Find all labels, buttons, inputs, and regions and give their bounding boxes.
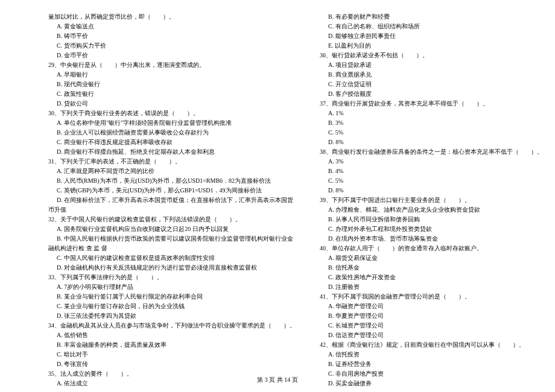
text-line: 37、商业银行开展贷款业务，其资本充足率不得低于（ ）。: [320, 99, 543, 109]
text-line: C. 政策性房地产开发资金: [320, 273, 543, 282]
text-line: A. 办理粮食、棉花、油料农产品化龙头企业收购资金贷款: [320, 205, 543, 215]
text-line: C. 长城资产管理公司: [320, 321, 543, 330]
text-line: C. 商业银行不得违反规定提高利率吸收存款: [48, 138, 296, 147]
text-line: 32、关于中国人民银行的建议检查监督权，下列说法错误的是（ ）。: [48, 215, 296, 224]
text-line: B. 中国人民银行根据执行货币政策的需要可以建议国务院银行业监督管理机构对银行业…: [48, 234, 296, 244]
text-line: B. 有必要的财产和经费: [320, 12, 543, 22]
text-line: C. 有自己的名称、组织结构和场所: [320, 22, 543, 31]
text-line: D. 商业银行不得擅自拖延、拒绝支付定期存款人本金和利息: [48, 147, 296, 157]
text-line: B. 人民币(RMB)为本币，美元(USD)为外币，那么USD1=RMB6．82…: [48, 176, 296, 186]
text-line: E. 以盈利为目的: [320, 41, 543, 51]
text-line: B. 铸币平价: [48, 31, 296, 41]
text-line: D. 信达资产管理公司: [320, 330, 543, 340]
text-line: B. 3%: [320, 118, 543, 128]
text-line: D. 8%: [320, 186, 543, 195]
text-line: 38、商业银行发行金融债券应具备的条件之一是：核心资本充足率不低于（ ）。: [320, 147, 543, 157]
text-line: 34、金融机构及其从业人员在参与市场竞争时，下列做法中符合职业操守要求的是（ ）…: [48, 321, 296, 330]
text-line: D. 能够独立承担民事责任: [320, 31, 543, 41]
text-line: B. 企业法人可以根据经营融资需要从事吸收公众存款行为: [48, 128, 296, 138]
page-footer: 第 3 页 共 14 页: [0, 375, 555, 385]
text-line: 31、下列关于汇率的表述，不正确的是（ ）。: [48, 157, 296, 166]
text-line: D. 夸张宣传: [48, 359, 296, 369]
text-line: 融机构进行检 查 监 督: [48, 244, 296, 253]
text-line: C. 货币购买力平价: [48, 41, 296, 51]
text-line: B. 现代商业银行: [48, 80, 296, 89]
text-line: A. 信托投资: [320, 350, 543, 359]
text-line: 29、中央银行是从（ ）中分离出来，逐渐演变而成的。: [48, 60, 296, 70]
text-line: C. 政策性银行: [48, 89, 296, 99]
text-line: B. 商业票据承兑: [320, 70, 543, 80]
text-line: C. 5%: [320, 176, 543, 186]
text-line: A. 3%: [320, 157, 543, 166]
text-line: D. 在境内外资本市场、货币市场筹集资金: [320, 234, 543, 244]
text-line: D. 张三依法委托李四为其贷款: [48, 311, 296, 321]
text-line: B. 证券经营业务: [320, 359, 543, 369]
text-line: A. 单位名称中使用"银行"字样须经国务院银行业监督管理机构批准: [48, 118, 296, 128]
text-line: A. 7岁的小明买银行理财产品: [48, 282, 296, 292]
text-line: C. 暗比对手: [48, 350, 296, 359]
text-line: A. 低价销售: [48, 330, 296, 340]
text-line: 币升值: [48, 205, 296, 215]
text-line: A. 1%: [320, 109, 543, 118]
text-line: C. 中国人民银行的建议检查监督权是提高效率的制度性安排: [48, 253, 296, 263]
right-column: B. 有必要的财产和经费C. 有自己的名称、组织结构和场所D. 能够独立承担民事…: [308, 12, 543, 388]
text-line: D. 8%: [320, 138, 543, 147]
text-line: A. 国务院银行业监督机构应当自收到建议之日起20 日内予以回复: [48, 224, 296, 234]
text-line: B. 从事人民币同业拆借和债券回购: [320, 215, 543, 224]
text-line: 33、下列属于民事法律行为的是（ ）。: [48, 273, 296, 282]
left-column: 量加以对比，从而确定货币比价，即（ ）。A. 黄金输送点B. 铸币平价C. 货币…: [48, 12, 308, 388]
text-line: A. 早期银行: [48, 70, 296, 80]
text-line: A. 项目贷款承诺: [320, 60, 543, 70]
text-line: B. 信托基金: [320, 263, 543, 273]
text-line: A. 汇率就是两种不同货币之间的比价: [48, 166, 296, 176]
text-line: D. 客户授信额度: [320, 89, 543, 99]
text-line: C. 某企业与银行签订存款合同，目的为企业洗钱: [48, 302, 296, 311]
text-line: C. 办理对外承包工程和境外投资类贷款: [320, 224, 543, 234]
text-line: D. 金币平价: [48, 51, 296, 60]
text-line: A. 华融资产管理公司: [320, 302, 543, 311]
text-line: A. 期货交易保证金: [320, 253, 543, 263]
text-line: B. 华夏资产管理公司: [320, 311, 543, 321]
text-line: C. 英镑(GBP)为本币，美元(USD)为外币，那么GBP1=USD1．49为…: [48, 186, 296, 195]
text-line: C. 开立信贷证明: [320, 80, 543, 89]
text-line: B. 丰富金融服务的种类，提高质量及效率: [48, 340, 296, 350]
exam-page: 量加以对比，从而确定货币比价，即（ ）。A. 黄金输送点B. 铸币平价C. 货币…: [0, 12, 555, 388]
text-line: D. 对金融机构执行有关反洗钱规定的行为进行监管必须使用直接检查监督权: [48, 263, 296, 273]
text-line: 41、下列不属于我国的金融资产管理公司的是（ ）。: [320, 292, 543, 302]
text-line: D. 贷款公司: [48, 99, 296, 109]
text-line: D. 注册验资: [320, 282, 543, 292]
text-line: 39、下列不属于中国进出口银行主要业务的是（ ）。: [320, 195, 543, 205]
text-line: 36、银行贷款承诺业务不包括（ ）。: [320, 51, 543, 60]
text-line: 量加以对比，从而确定货币比价，即（ ）。: [48, 12, 296, 22]
text-line: D. 在间接标价法下，汇率升高表示本国货币贬值；在直接标价法下，汇率升高表示本国…: [48, 195, 296, 205]
text-line: C. 5%: [320, 128, 543, 138]
text-line: B. 某企业与银行签订属于人民银行限定的存款利率合同: [48, 292, 296, 302]
text-line: A. 黄金输送点: [48, 22, 296, 31]
text-line: B. 4%: [320, 166, 543, 176]
text-line: 40、单位存款人用于（ ）的资金通常存入临时存款账户。: [320, 244, 543, 253]
text-line: 30、下列关于商业银行业务的表述，错误的是（ ）。: [48, 109, 296, 118]
text-line: 42、根据《商业银行法》规定，目前商业银行在中国境内可以从事（ ）。: [320, 340, 543, 350]
